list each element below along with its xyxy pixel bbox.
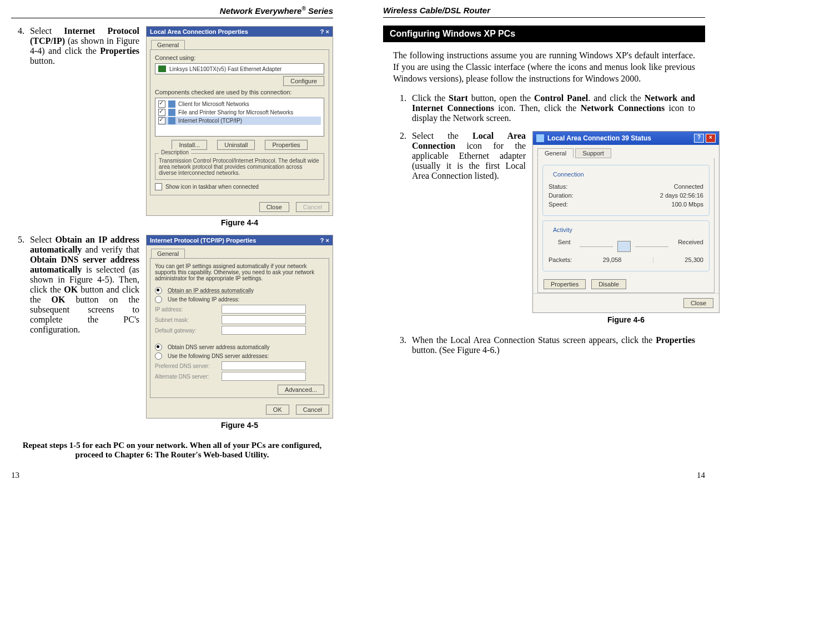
ok-button[interactable]: OK xyxy=(266,405,289,415)
adapter-name: Linksys LNE100TX(v5) Fast Ethernet Adapt… xyxy=(169,66,281,72)
left-page: Network Everywhere® Series 4. Select Int… xyxy=(11,6,333,480)
figure-4-5: Internet Protocol (TCP/IP) Properties ? … xyxy=(146,235,333,419)
show-icon-checkbox[interactable] xyxy=(155,183,162,190)
connect-using-label: Connect using: xyxy=(155,54,324,61)
close-button[interactable]: Close xyxy=(259,202,289,212)
repeat-note: Repeat steps 1-5 for each PC on your net… xyxy=(11,441,333,460)
help-close-icon[interactable]: ? × xyxy=(320,28,329,35)
adapter-field: Linksys LNE100TX(v5) Fast Ethernet Adapt… xyxy=(155,63,324,74)
uninstall-button[interactable]: Uninstall xyxy=(217,140,255,150)
checkbox-icon[interactable] xyxy=(158,100,165,108)
close-icon[interactable]: × xyxy=(706,134,716,143)
radio-use-dns[interactable] xyxy=(155,352,162,360)
radio-obtain-ip[interactable] xyxy=(155,287,162,294)
fig45-caption: Figure 4-5 xyxy=(146,421,333,430)
step-1: 1. Click the Start button, open the Cont… xyxy=(393,93,695,123)
step1-text: Click the Start button, open the Control… xyxy=(412,93,695,123)
step-3: 3. When the Local Area Connection Status… xyxy=(393,335,695,355)
step1-num: 1. xyxy=(393,93,406,123)
fig44-tab-general[interactable]: General xyxy=(151,40,185,49)
close-button[interactable]: Close xyxy=(683,298,713,308)
components-label: Components checked are used by this conn… xyxy=(155,89,324,95)
figure-4-6: Local Area Connection 39 Status ? × Gene… xyxy=(532,131,720,313)
checkbox-icon[interactable] xyxy=(158,117,165,124)
step4-row: 4. Select Internet Protocol (TCP/IP) (as… xyxy=(11,26,333,235)
help-close-icon[interactable]: ? × xyxy=(320,237,329,244)
properties-button[interactable]: Properties xyxy=(544,279,586,289)
step5-text: Select Obtain an IP address automaticall… xyxy=(30,235,139,431)
alt-dns-field xyxy=(222,372,306,381)
ip-address-field xyxy=(222,305,306,314)
gateway-field xyxy=(222,326,306,335)
right-page: Wireless Cable/DSL Router Configuring Wi… xyxy=(383,6,705,480)
step2-text: Select the Local Area Connection icon fo… xyxy=(412,131,526,325)
tab-general[interactable]: General xyxy=(537,148,574,158)
advanced-button[interactable]: Advanced... xyxy=(278,385,324,395)
fig46-body: General Support Connection Status:Connec… xyxy=(533,145,719,313)
figure-4-4: Local Area Connection Properties ? × Gen… xyxy=(146,26,333,216)
step3-num: 3. xyxy=(393,335,406,355)
step2-num: 2. xyxy=(393,131,406,325)
fig46-caption: Figure 4-6 xyxy=(532,315,720,324)
left-header: Network Everywhere® Series xyxy=(11,6,333,18)
xp-intro: The following instructions assume you ar… xyxy=(393,50,695,84)
configure-button[interactable]: Configure xyxy=(283,76,324,86)
left-page-number: 13 xyxy=(11,460,333,480)
connection-icon xyxy=(536,134,544,142)
radio-obtain-dns[interactable] xyxy=(155,344,162,351)
cancel-button: Cancel xyxy=(296,202,329,212)
fig46-title: Local Area Connection 39 Status xyxy=(547,134,651,142)
fig45-tab-general[interactable]: General xyxy=(151,249,185,258)
figure-4-4-wrap: Local Area Connection Properties ? × Gen… xyxy=(146,26,333,235)
checkbox-icon[interactable] xyxy=(158,109,165,116)
step-5: 5. Select Obtain an IP address automatic… xyxy=(11,235,139,431)
step5-num: 5. xyxy=(11,235,24,431)
fig45-intro: You can get IP settings assigned automat… xyxy=(155,263,324,281)
disable-button[interactable]: Disable xyxy=(591,279,626,289)
step3-text: When the Local Area Connection Status sc… xyxy=(412,335,695,355)
tab-support[interactable]: Support xyxy=(575,148,611,158)
subnet-field xyxy=(222,315,306,324)
fig44-body: Connect using: Linksys LNE100TX(v5) Fast… xyxy=(150,49,329,195)
properties-button[interactable]: Properties xyxy=(265,140,307,150)
right-header: Wireless Cable/DSL Router xyxy=(383,6,705,18)
step4-num: 4. xyxy=(11,26,24,228)
connection-group: Connection Status:Connected Duration:2 d… xyxy=(542,165,710,216)
step-4: 4. Select Internet Protocol (TCP/IP) (as… xyxy=(11,26,139,228)
radio-use-ip[interactable] xyxy=(155,296,162,303)
activity-group: Activity SentReceived Packets:29,058|25,… xyxy=(542,220,710,271)
fig44-titlebar: Local Area Connection Properties ? × xyxy=(147,27,333,37)
monitor-icon xyxy=(617,241,631,252)
cancel-button[interactable]: Cancel xyxy=(296,405,329,415)
fig45-body: You can get IP settings assigned automat… xyxy=(150,258,329,398)
step5-row: 5. Select Obtain an IP address automatic… xyxy=(11,235,333,437)
share-icon xyxy=(168,109,175,116)
fig46-titlebar: Local Area Connection 39 Status ? × xyxy=(533,132,719,145)
protocol-icon xyxy=(168,117,175,124)
figure-4-5-wrap: Internet Protocol (TCP/IP) Properties ? … xyxy=(146,235,333,437)
install-button[interactable]: Install... xyxy=(172,140,207,150)
step4-text: Select Internet Protocol (TCP/IP) (as sh… xyxy=(30,26,139,228)
help-icon[interactable]: ? xyxy=(694,134,704,143)
right-page-number: 14 xyxy=(383,460,705,480)
pref-dns-field xyxy=(222,361,306,370)
client-icon xyxy=(168,100,175,108)
description-box: Description Transmission Control Protoco… xyxy=(155,153,324,180)
fig44-caption: Figure 4-4 xyxy=(146,218,333,227)
nic-icon xyxy=(158,65,166,72)
figure-4-6-wrap: Local Area Connection 39 Status ? × Gene… xyxy=(532,131,720,332)
fig45-title: Internet Protocol (TCP/IP) Properties xyxy=(150,237,256,244)
fig44-title: Local Area Connection Properties xyxy=(150,28,248,35)
step2-row: 2. Select the Local Area Connection icon… xyxy=(393,131,705,332)
step-2: 2. Select the Local Area Connection icon… xyxy=(393,131,526,325)
components-list[interactable]: Client for Microsoft Networks File and P… xyxy=(155,98,324,137)
fig45-titlebar: Internet Protocol (TCP/IP) Properties ? … xyxy=(147,235,333,245)
section-title: Configuring Windows XP PCs xyxy=(383,26,705,42)
